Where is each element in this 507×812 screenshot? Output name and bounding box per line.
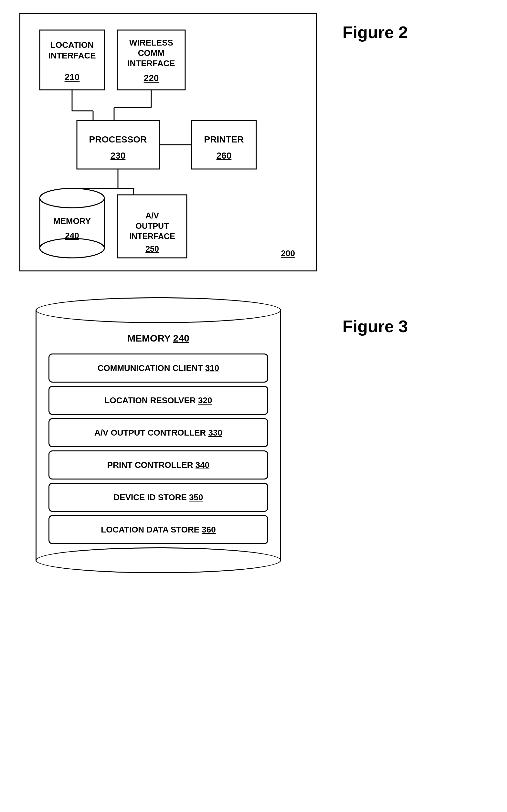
- svg-text:250: 250: [146, 244, 159, 253]
- svg-text:LOCATION: LOCATION: [50, 40, 94, 50]
- cylinder-body: MEMORY 240 COMMUNICATION CLIENT 310 LOCA…: [36, 310, 281, 560]
- svg-text:INTERFACE: INTERFACE: [127, 58, 175, 68]
- svg-text:INTERFACE: INTERFACE: [48, 51, 96, 60]
- svg-rect-19: [191, 120, 256, 169]
- svg-text:240: 240: [65, 231, 79, 240]
- svg-text:A/V: A/V: [146, 211, 159, 220]
- page: LOCATION INTERFACE 210 WIRELESS COMM INT…: [0, 0, 507, 812]
- module-print-controller: PRINT CONTROLLER 340: [49, 451, 268, 479]
- svg-text:PROCESSOR: PROCESSOR: [89, 134, 147, 144]
- figure2-section: LOCATION INTERFACE 210 WIRELESS COMM INT…: [19, 13, 488, 272]
- cylinder-top: [36, 297, 281, 323]
- figure2-title: Figure 2: [342, 22, 408, 42]
- svg-text:COMM: COMM: [138, 48, 165, 58]
- figure2-svg: LOCATION INTERFACE 210 WIRELESS COMM INT…: [30, 23, 306, 259]
- svg-point-29: [40, 238, 104, 258]
- svg-text:MEMORY: MEMORY: [53, 216, 91, 226]
- cylinder-container: MEMORY 240 COMMUNICATION CLIENT 310 LOCA…: [19, 297, 297, 573]
- figure3-section: MEMORY 240 COMMUNICATION CLIENT 310 LOCA…: [19, 297, 488, 573]
- figure2-diagram: LOCATION INTERFACE 210 WIRELESS COMM INT…: [19, 13, 317, 272]
- svg-text:PRINTER: PRINTER: [204, 134, 244, 144]
- module-av-output-controller: A/V OUTPUT CONTROLLER 330: [49, 418, 268, 447]
- svg-text:INTERFACE: INTERFACE: [129, 232, 175, 241]
- svg-text:WIRELESS: WIRELESS: [129, 38, 173, 48]
- module-location-resolver: LOCATION RESOLVER 320: [49, 386, 268, 415]
- svg-text:210: 210: [65, 72, 80, 82]
- module-communication-client: COMMUNICATION CLIENT 310: [49, 353, 268, 383]
- figure3-diagram: MEMORY 240 COMMUNICATION CLIENT 310 LOCA…: [19, 297, 317, 573]
- figure3-title: Figure 3: [342, 317, 408, 336]
- svg-text:230: 230: [111, 151, 126, 161]
- svg-text:220: 220: [144, 73, 159, 83]
- memory-label: MEMORY 240: [37, 330, 280, 344]
- svg-rect-15: [77, 120, 159, 169]
- module-device-id-store: DEVICE ID STORE 350: [49, 483, 268, 512]
- svg-text:200: 200: [281, 248, 295, 258]
- module-location-data-store: LOCATION DATA STORE 360: [49, 515, 268, 544]
- cylinder-bottom: [36, 547, 281, 573]
- svg-text:OUTPUT: OUTPUT: [136, 221, 169, 230]
- svg-text:260: 260: [217, 151, 232, 161]
- svg-point-28: [40, 188, 104, 208]
